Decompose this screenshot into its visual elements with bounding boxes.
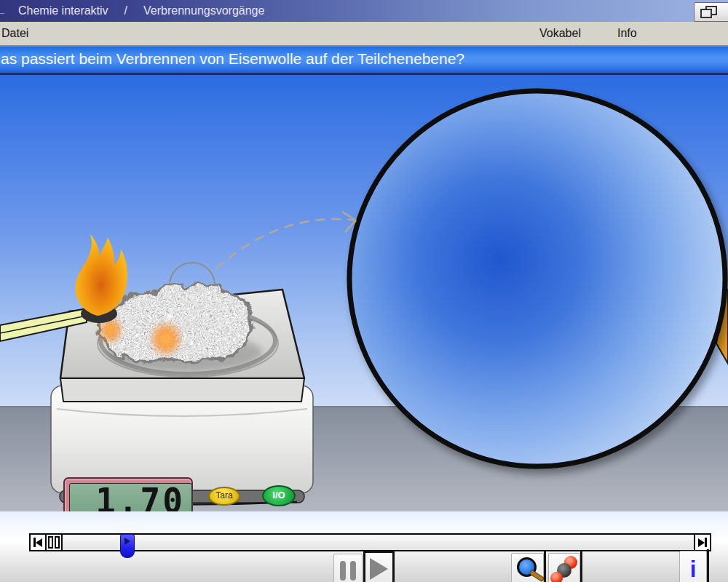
ember-glow-2 [150, 322, 182, 356]
toolbar-divider [580, 551, 582, 582]
pause-button[interactable] [333, 554, 363, 582]
info-icon: i [690, 558, 697, 581]
timeline-track[interactable] [63, 535, 694, 550]
tara-button[interactable]: Tara [208, 487, 240, 506]
question-banner: as passiert beim Verbrennen von Eisenwol… [0, 47, 728, 75]
thumb-play-icon [124, 538, 130, 545]
question-text: as passiert beim Verbrennen von Eisenwol… [1, 50, 464, 68]
menu-item-datei[interactable]: Datei [1, 22, 28, 45]
module-title: Verbrennungsvorgänge [143, 4, 264, 17]
app-title: Chemie interaktiv [18, 4, 108, 17]
lens-circle [349, 91, 725, 466]
pause-mini-icon [48, 536, 53, 549]
toolbar-divider [544, 551, 546, 582]
back-arrow-icon[interactable]: ← [0, 5, 12, 17]
timeline-thumb[interactable] [120, 534, 135, 558]
molecule-button[interactable] [548, 553, 580, 582]
toolbar-divider [707, 549, 709, 582]
player-panel: i [0, 511, 728, 582]
title-separator: / [124, 4, 127, 17]
restore-window-icon [700, 6, 716, 17]
molecule-icon [549, 554, 579, 582]
skip-start-button[interactable] [31, 535, 47, 550]
magnifier-button[interactable] [511, 553, 544, 582]
application-window: ← Chemie interaktiv / Verbrennungsvorgän… [0, 0, 728, 582]
power-button[interactable]: I/O [262, 485, 296, 506]
skip-end-button[interactable] [694, 535, 710, 550]
menu-bar: Datei Vokabel Info 13 : 28 : [0, 22, 728, 45]
scene-graphics [0, 75, 728, 511]
info-button[interactable]: i [679, 551, 707, 582]
restore-window-button[interactable] [694, 2, 728, 22]
play-icon [370, 558, 388, 580]
pause-mini-button[interactable] [47, 535, 63, 550]
menu-item-info[interactable]: Info [617, 22, 637, 45]
skip-end-icon [698, 538, 705, 547]
simulation-scene: 1,70 Tara I/O +/- 0,01g Digital Weight [0, 75, 728, 511]
pause-icon [340, 561, 346, 581]
play-button[interactable] [363, 551, 395, 582]
timeline-scrubber [29, 533, 711, 551]
menu-item-vokabel[interactable]: Vokabel [539, 22, 581, 45]
title-bar: ← Chemie interaktiv / Verbrennungsvorgän… [0, 0, 728, 22]
